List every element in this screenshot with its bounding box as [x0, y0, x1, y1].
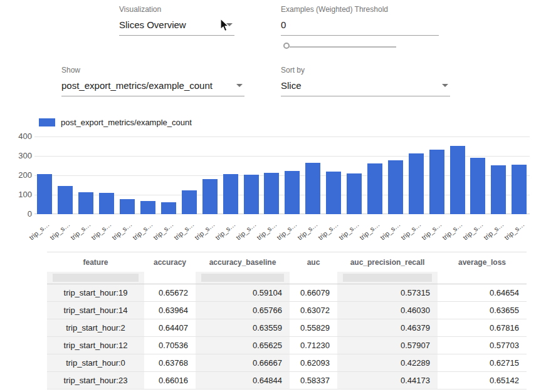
table-row[interactable]: trip_start_hour:190.656720.591040.660790… — [47, 284, 527, 302]
column-header[interactable]: auc — [290, 252, 337, 272]
column-filter-cell — [290, 272, 337, 284]
column-header[interactable]: feature — [47, 252, 144, 272]
threshold-value: 0 — [281, 19, 286, 30]
table-row[interactable]: trip_start_hour:00.637680.666670.620930.… — [47, 354, 527, 372]
chart-legend: post_export_metrics/example_count — [39, 118, 192, 127]
y-axis-tick-label: 0 — [11, 209, 32, 219]
metric-cell: 0.55829 — [290, 319, 337, 336]
feature-cell: trip_start_hour:0 — [47, 354, 144, 371]
metric-cell: 0.63559 — [196, 319, 290, 336]
bar[interactable] — [78, 192, 93, 214]
visualization-label: Visualization — [119, 5, 234, 14]
column-filter-input[interactable] — [343, 274, 432, 282]
metric-cell: 0.57703 — [438, 337, 527, 354]
metric-cell: 0.64654 — [438, 284, 527, 301]
metric-cell: 0.65142 — [438, 372, 527, 389]
sort-by-selected-value: Slice — [281, 80, 302, 91]
table-row[interactable]: trip_start_hour:20.644070.635590.558290.… — [47, 319, 527, 337]
show-selected-value: post_export_metrics/example_count — [61, 80, 213, 91]
bar[interactable] — [450, 146, 465, 214]
bar[interactable] — [58, 186, 73, 214]
bar[interactable] — [161, 202, 176, 214]
bar[interactable] — [140, 201, 155, 214]
metric-cell: 0.46379 — [337, 319, 438, 336]
sort-by-control: Sort by Slice — [281, 66, 450, 96]
metric-cell: 0.71230 — [290, 337, 337, 354]
threshold-label: Examples (Weighted) Threshold — [281, 5, 439, 14]
table-body: trip_start_hour:190.656720.591040.660790… — [47, 284, 527, 389]
column-header[interactable]: accuracy_baseline — [196, 252, 290, 272]
column-header[interactable]: auc_precision_recall — [337, 252, 438, 272]
bar[interactable] — [182, 190, 197, 214]
metric-cell: 0.63768 — [144, 354, 196, 371]
column-filter-cell — [438, 272, 527, 284]
bar[interactable] — [491, 165, 506, 214]
metric-cell: 0.63655 — [438, 302, 527, 319]
bar[interactable] — [326, 172, 341, 214]
visualization-select[interactable]: Slices Overview — [119, 19, 234, 36]
slider-track[interactable] — [290, 46, 396, 48]
table-row[interactable]: trip_start_hour:120.705360.656250.712300… — [47, 337, 527, 354]
column-filter-cell — [337, 272, 438, 284]
metric-cell: 0.65625 — [196, 337, 290, 354]
bar[interactable] — [264, 173, 279, 214]
bar[interactable] — [223, 174, 238, 214]
feature-cell: trip_start_hour:2 — [47, 319, 144, 336]
chevron-down-icon — [236, 84, 243, 87]
bar[interactable] — [409, 153, 424, 214]
metric-cell: 0.62715 — [438, 354, 527, 371]
bar[interactable] — [367, 163, 382, 214]
bar[interactable] — [285, 171, 300, 214]
legend-series-label: post_export_metrics/example_count — [61, 118, 192, 127]
metric-cell: 0.63072 — [290, 302, 337, 319]
x-axis: trip_s…trip_s…trip_s…trip_s…trip_s…trip_… — [34, 217, 530, 248]
metric-cell: 0.46030 — [337, 302, 438, 319]
metric-cell: 0.70536 — [144, 337, 196, 354]
feature-cell: trip_start_hour:23 — [47, 372, 144, 389]
visualization-selected-value: Slices Overview — [119, 19, 186, 30]
column-filter-cell — [144, 272, 196, 284]
y-axis-tick-label: 400 — [11, 132, 32, 141]
metric-cell: 0.62093 — [290, 354, 337, 371]
show-select[interactable]: post_export_metrics/example_count — [61, 80, 244, 96]
y-axis-tick-label: 200 — [11, 170, 32, 180]
column-filter-cell — [196, 272, 290, 284]
metric-cell: 0.57907 — [337, 337, 438, 354]
metric-cell: 0.66667 — [196, 354, 290, 371]
slice-metrics-table: featureaccuracyaccuracy_baselineaucauc_p… — [47, 252, 527, 389]
bar[interactable] — [305, 163, 320, 214]
sort-by-select[interactable]: Slice — [281, 80, 450, 96]
column-filter-input[interactable] — [53, 274, 139, 282]
table-header-row: featureaccuracyaccuracy_baselineaucauc_p… — [47, 252, 527, 272]
metric-cell: 0.64407 — [144, 319, 196, 336]
feature-cell: trip_start_hour:19 — [47, 284, 144, 301]
column-header[interactable]: average_loss — [438, 252, 527, 272]
table-row[interactable]: trip_start_hour:140.639640.657660.630720… — [47, 302, 527, 319]
feature-cell: trip_start_hour:12 — [47, 337, 144, 354]
bar[interactable] — [429, 150, 444, 214]
bar[interactable] — [388, 160, 403, 214]
column-filter-input[interactable] — [201, 274, 284, 282]
bar[interactable] — [120, 199, 135, 214]
table-filter-row — [47, 272, 527, 284]
chart-plot-area — [34, 137, 530, 214]
bar[interactable] — [347, 173, 362, 214]
bar[interactable] — [202, 179, 218, 214]
metric-cell: 0.58337 — [290, 372, 337, 389]
sort-by-label: Sort by — [281, 66, 450, 75]
threshold-slider[interactable] — [283, 43, 396, 51]
table-row[interactable]: trip_start_hour:230.660160.648440.583370… — [47, 372, 527, 389]
metric-cell: 0.59104 — [196, 284, 290, 301]
bar[interactable] — [512, 165, 527, 214]
bar[interactable] — [37, 174, 52, 214]
slider-thumb[interactable] — [283, 43, 290, 49]
bar[interactable] — [470, 158, 485, 214]
metric-cell: 0.64844 — [196, 372, 290, 389]
threshold-input[interactable]: 0 — [281, 19, 439, 36]
column-header[interactable]: accuracy — [144, 252, 196, 272]
bar[interactable] — [244, 175, 259, 214]
y-axis-tick-label: 100 — [11, 190, 32, 199]
metric-cell: 0.65766 — [196, 302, 290, 319]
bar[interactable] — [99, 193, 114, 214]
slice-metrics-bar-chart: post_export_metrics/example_count 010020… — [11, 116, 531, 251]
